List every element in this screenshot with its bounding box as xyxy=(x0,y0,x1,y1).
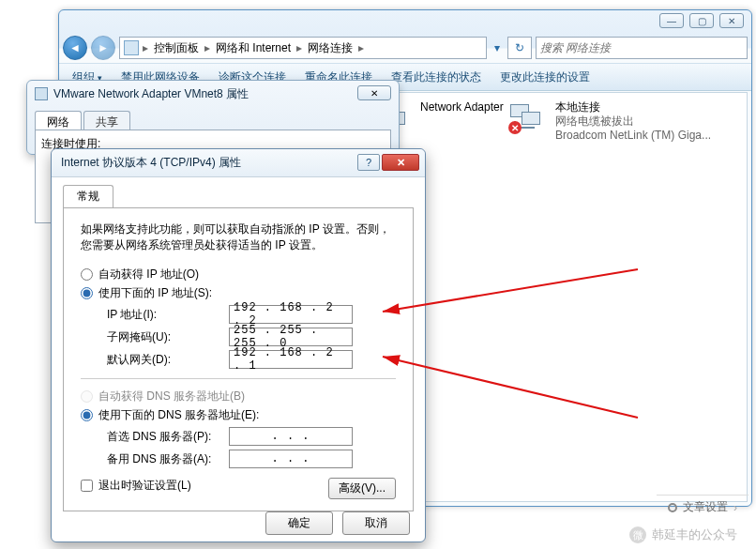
refresh-button[interactable]: ↻ xyxy=(507,37,532,59)
article-settings-link[interactable]: 文章设置 › xyxy=(657,495,748,519)
dialog-title: VMware Network Adapter VMnet8 属性 xyxy=(53,86,249,102)
network-name: Network Adapter xyxy=(420,100,504,114)
general-panel: 如果网络支持此功能，则可以获取自动指派的 IP 设置。否则，您需要从网络系统管理… xyxy=(63,207,414,511)
radio-label: 自动获得 DNS 服务器地址(B) xyxy=(98,389,245,404)
alternate-dns-label: 备用 DNS 服务器(A): xyxy=(107,451,229,467)
radio-label: 使用下面的 IP 地址(S): xyxy=(98,285,212,301)
disconnected-icon: ✕ xyxy=(508,121,522,134)
watermark-text: 韩延丰的公众号 xyxy=(652,526,737,543)
advanced-button[interactable]: 高级(V)... xyxy=(328,478,396,499)
nav-back-button[interactable]: ◄ xyxy=(63,36,87,60)
ip-label: IP 地址(I): xyxy=(107,307,229,323)
alternate-dns-input[interactable]: . . . xyxy=(229,450,353,468)
gear-icon xyxy=(668,503,677,512)
help-button[interactable]: ? xyxy=(357,154,380,171)
cancel-button[interactable]: 取消 xyxy=(342,511,410,535)
breadcrumb-item[interactable]: 网络连接 xyxy=(306,40,355,56)
radio-label: 使用下面的 DNS 服务器地址(E): xyxy=(98,407,259,423)
primary-dns-input[interactable]: . . . xyxy=(229,427,353,446)
watermark: 微 韩延丰的公众号 xyxy=(629,526,737,543)
checkbox-label: 退出时验证设置(L) xyxy=(98,478,191,494)
wechat-icon: 微 xyxy=(629,526,646,543)
ok-button[interactable]: 确定 xyxy=(265,511,333,535)
cmd-change-settings[interactable]: 更改此连接的设置 xyxy=(492,67,597,88)
network-name: 本地连接 xyxy=(555,100,711,114)
radio-auto-ip-input[interactable] xyxy=(81,268,93,281)
ip-address-input[interactable]: 192 . 168 . 2 . 2 xyxy=(229,305,353,324)
close-button[interactable]: ✕ xyxy=(719,13,744,28)
radio-manual-dns[interactable]: 使用下面的 DNS 服务器地址(E): xyxy=(81,407,396,423)
radio-manual-dns-input[interactable] xyxy=(81,409,93,421)
breadcrumb-item[interactable]: 控制面板 xyxy=(152,40,201,56)
address-bar: ◄ ► ▸ 控制面板 ▸ 网络和 Internet ▸ 网络连接 ▸ ▾ ↻ xyxy=(63,34,748,62)
network-icon: ✕ xyxy=(507,100,548,138)
subnet-mask-input[interactable]: 255 . 255 . 255 . 0 xyxy=(229,328,353,346)
radio-auto-ip[interactable]: 自动获得 IP 地址(O) xyxy=(81,267,396,282)
article-settings-label: 文章设置 xyxy=(683,499,728,515)
search-box[interactable] xyxy=(536,37,748,59)
nav-forward-button[interactable]: ► xyxy=(91,36,115,60)
maximize-button[interactable]: ▢ xyxy=(689,13,714,28)
window-controls: — ▢ ✕ xyxy=(659,13,744,28)
description-text: 如果网络支持此功能，则可以获取自动指派的 IP 设置。否则，您需要从网络系统管理… xyxy=(81,221,396,253)
mask-label: 子网掩码(U): xyxy=(107,329,229,345)
network-item-local[interactable]: ✕ 本地连接 网络电缆被拔出 Broadcom NetLink (TM) Gig… xyxy=(507,100,711,143)
radio-manual-ip[interactable]: 使用下面的 IP 地址(S): xyxy=(81,285,396,301)
location-icon xyxy=(124,40,139,55)
close-button[interactable]: ✕ xyxy=(382,154,419,171)
tcpip-properties-dialog: Internet 协议版本 4 (TCP/IPv4) 属性 ? ✕ 常规 如果网… xyxy=(51,148,426,542)
dialog-title: Internet 协议版本 4 (TCP/IPv4) 属性 xyxy=(61,155,241,171)
radio-label: 自动获得 IP 地址(O) xyxy=(98,267,199,282)
default-gateway-input[interactable]: 192 . 168 . 2 . 1 xyxy=(229,350,353,369)
breadcrumb-dropdown-icon[interactable]: ▾ xyxy=(491,41,504,54)
radio-auto-dns-input xyxy=(81,390,93,403)
primary-dns-label: 首选 DNS 服务器(P): xyxy=(107,429,229,445)
network-status: 网络电缆被拔出 xyxy=(555,114,711,129)
tab-general[interactable]: 常规 xyxy=(63,185,113,207)
radio-manual-ip-input[interactable] xyxy=(81,287,93,299)
gateway-label: 默认网关(D): xyxy=(107,352,229,368)
adapter-properties-dialog: VMware Network Adapter VMnet8 属性 ✕ 网络 共享… xyxy=(26,80,400,155)
adapter-icon xyxy=(35,87,48,100)
breadcrumb-item[interactable]: 网络和 Internet xyxy=(214,40,293,56)
radio-auto-dns: 自动获得 DNS 服务器地址(B) xyxy=(81,389,396,404)
network-device: Broadcom NetLink (TM) Giga... xyxy=(555,129,711,143)
validate-checkbox[interactable] xyxy=(81,480,93,492)
minimize-button[interactable]: — xyxy=(659,13,684,28)
dialog-close-button[interactable]: ✕ xyxy=(357,85,391,100)
search-input[interactable] xyxy=(540,41,743,54)
breadcrumb[interactable]: ▸ 控制面板 ▸ 网络和 Internet ▸ 网络连接 ▸ xyxy=(119,37,487,59)
